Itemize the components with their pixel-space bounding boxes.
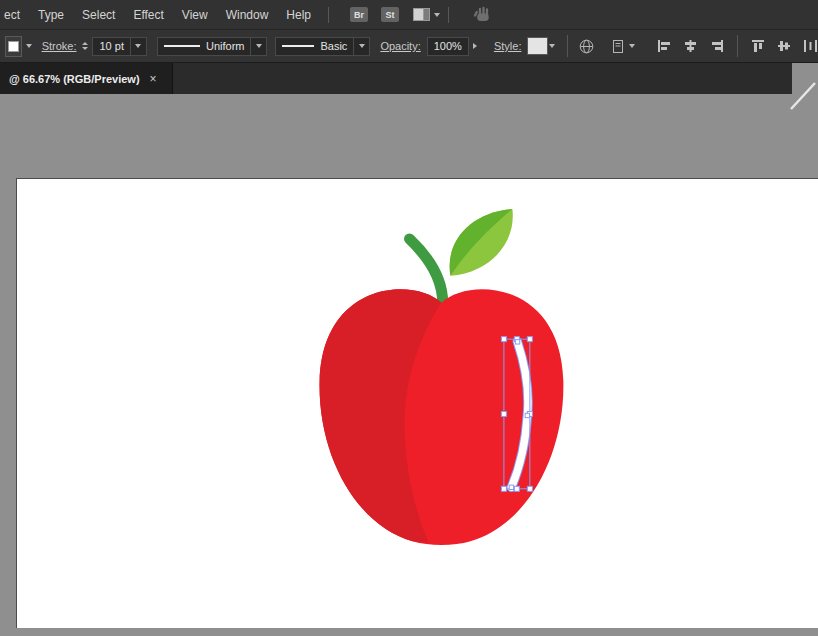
handle-top-right[interactable] <box>527 337 532 342</box>
stroke-weight-field[interactable]: 10 pt <box>92 37 146 56</box>
menu-item-window[interactable]: Window <box>217 0 278 29</box>
pasteboard[interactable] <box>0 94 818 636</box>
arrange-documents-button[interactable] <box>611 39 635 54</box>
opacity-panel-launcher[interactable] <box>471 37 480 56</box>
graphic-style-swatch[interactable] <box>527 37 547 55</box>
distribute-icon[interactable] <box>803 39 818 53</box>
toolbar-separator <box>567 35 568 57</box>
menu-item-type[interactable]: Type <box>29 0 73 29</box>
bridge-badge[interactable]: Br <box>350 7 368 22</box>
stroke-weight-stepper[interactable] <box>82 42 88 50</box>
profile-dropdown-button[interactable] <box>250 38 266 55</box>
document-tab[interactable]: @ 66.67% (RGB/Preview) × <box>0 63 173 94</box>
fill-dropdown-chevron[interactable] <box>26 44 32 48</box>
style-label[interactable]: Style: <box>494 40 522 52</box>
variable-width-profile-dropdown[interactable]: Uniform <box>157 37 268 56</box>
chevron-down-icon <box>549 44 555 48</box>
menu-separator <box>328 7 329 23</box>
pasteboard-diagonal-line <box>788 80 818 112</box>
artwork-canvas <box>17 179 818 628</box>
handle-top-left[interactable] <box>501 337 506 342</box>
control-bar: Stroke: 10 pt Uniform Basic Opacity: 100… <box>0 29 818 63</box>
brush-dropdown-button[interactable] <box>353 38 369 55</box>
stock-badge[interactable]: St <box>381 7 399 22</box>
stroke-profile-preview <box>164 45 200 47</box>
chevron-down-icon <box>135 44 141 48</box>
menu-bar: ect Type Select Effect View Window Help … <box>0 0 818 29</box>
opacity-label[interactable]: Opacity: <box>380 40 420 52</box>
close-icon[interactable]: × <box>150 72 157 86</box>
hand-tool-indicator[interactable] <box>473 6 492 23</box>
brush-definition-dropdown[interactable]: Basic <box>275 37 370 56</box>
stroke-weight-value: 10 pt <box>93 40 129 52</box>
stepper-up-icon <box>82 42 88 45</box>
handle-bottom-left[interactable] <box>501 486 506 491</box>
align-middle-icon[interactable] <box>777 39 792 53</box>
workspace-switcher-icon <box>413 8 430 21</box>
chevron-down-icon <box>629 44 635 48</box>
style-dropdown-button[interactable] <box>548 37 558 56</box>
align-right-icon[interactable] <box>709 39 724 53</box>
align-top-icon[interactable] <box>751 39 766 53</box>
fill-indicator <box>8 41 19 52</box>
stroke-label[interactable]: Stroke: <box>42 40 77 52</box>
anchor-point[interactable] <box>509 485 513 489</box>
handle-bottom-center[interactable] <box>514 486 519 491</box>
menu-item-select[interactable]: Select <box>73 0 124 29</box>
menu-item-view[interactable]: View <box>173 0 217 29</box>
document-tab-title: @ 66.67% (RGB/Preview) <box>9 73 140 85</box>
align-group <box>657 35 818 57</box>
anchor-point[interactable] <box>515 340 519 344</box>
chevron-down-icon <box>359 44 365 48</box>
menu-separator <box>448 7 449 23</box>
recolor-artwork-button[interactable] <box>578 38 595 55</box>
artboard[interactable] <box>16 178 818 628</box>
stepper-down-icon <box>82 47 88 50</box>
opacity-field[interactable]: 100% <box>427 37 469 56</box>
hand-tool-icon <box>473 6 492 23</box>
brush-preview <box>282 45 314 47</box>
panel-launcher-icon <box>473 43 477 49</box>
workspace-switcher[interactable] <box>413 8 440 21</box>
align-center-icon[interactable] <box>683 39 698 53</box>
opacity-value: 100% <box>428 40 468 52</box>
chevron-down-icon <box>256 44 262 48</box>
handle-bottom-right[interactable] <box>527 486 532 491</box>
brush-value: Basic <box>320 40 347 52</box>
chevron-down-icon <box>434 13 440 17</box>
menu-item-object[interactable]: ect <box>0 0 29 29</box>
profile-value: Uniform <box>206 40 245 52</box>
handle-mid-left[interactable] <box>501 411 506 416</box>
document-tab-bar: @ 66.67% (RGB/Preview) × <box>0 63 818 94</box>
stroke-weight-dropdown[interactable] <box>130 38 146 55</box>
fill-color-well[interactable] <box>5 36 22 57</box>
anchor-point[interactable] <box>525 413 529 417</box>
arrange-documents-icon <box>611 39 625 54</box>
illustrator-window: { "menu": { "items": ["ect", "Type", "Se… <box>0 0 818 636</box>
globe-icon <box>578 38 595 55</box>
menu-item-effect[interactable]: Effect <box>124 0 172 29</box>
menu-item-help[interactable]: Help <box>277 0 320 29</box>
align-left-icon[interactable] <box>657 39 672 53</box>
toolbar-separator <box>737 35 738 57</box>
